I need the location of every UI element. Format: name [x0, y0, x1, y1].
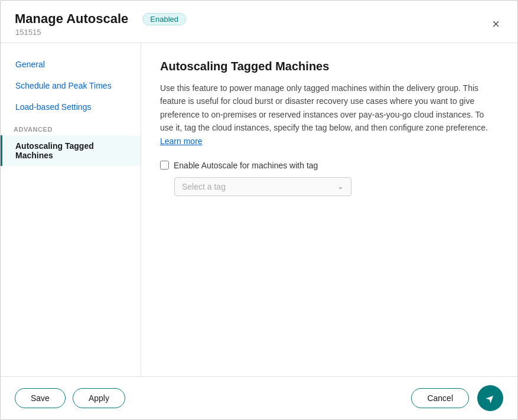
sidebar-item-general[interactable]: General — [1, 54, 141, 75]
modal-body: General Schedule and Peak Times Load-bas… — [1, 43, 517, 376]
sidebar: General Schedule and Peak Times Load-bas… — [1, 43, 141, 376]
checkbox-label: Enable Autoscale for machines with tag — [174, 161, 318, 170]
checkbox-row: Enable Autoscale for machines with tag — [160, 161, 499, 170]
main-content: Autoscaling Tagged Machines Use this fea… — [141, 43, 517, 376]
sidebar-item-autoscaling-tagged[interactable]: Autoscaling Tagged Machines — [1, 135, 141, 166]
modal-title: Manage Autoscale — [15, 11, 128, 27]
modal-subtitle: 151515 — [15, 28, 488, 37]
sidebar-item-load[interactable]: Load-based Settings — [1, 96, 141, 118]
tag-dropdown[interactable]: Select a tag ⌄ — [174, 177, 351, 196]
chevron-down-icon: ⌄ — [337, 182, 344, 191]
close-button[interactable]: × — [488, 17, 503, 32]
description-text: Use this feature to power manage only ta… — [160, 82, 499, 148]
sidebar-item-schedule[interactable]: Schedule and Peak Times — [1, 75, 141, 96]
modal-header: Manage Autoscale Enabled 151515 × — [1, 1, 517, 43]
section-title: Autoscaling Tagged Machines — [160, 60, 499, 73]
footer-left: Save Apply — [15, 388, 125, 408]
footer-right: Cancel ➤ — [411, 385, 503, 411]
manage-autoscale-modal: Manage Autoscale Enabled 151515 × Genera… — [0, 0, 518, 420]
advanced-label: ADVANCED — [1, 118, 141, 135]
enabled-badge: Enabled — [142, 13, 186, 25]
modal-footer: Save Apply Cancel ➤ — [1, 376, 517, 419]
header-left: Manage Autoscale Enabled 151515 — [15, 11, 488, 37]
arrow-right-icon: ➤ — [483, 390, 498, 406]
tag-placeholder: Select a tag — [182, 182, 226, 191]
apply-button[interactable]: Apply — [73, 388, 125, 408]
learn-more-link[interactable]: Learn more — [160, 136, 203, 146]
enable-autoscale-checkbox[interactable] — [160, 161, 169, 170]
cancel-button[interactable]: Cancel — [411, 388, 469, 408]
navigate-forward-button[interactable]: ➤ — [477, 385, 503, 411]
save-button[interactable]: Save — [15, 388, 66, 408]
